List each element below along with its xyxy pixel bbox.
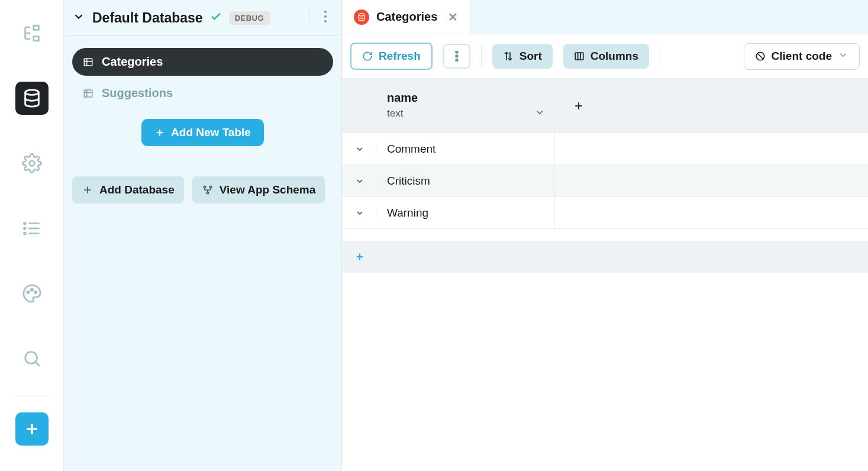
add-table-button[interactable]: Add New Table xyxy=(141,119,264,146)
sidebar-actions: Add Database View App Schema xyxy=(64,163,341,217)
columns-label: Columns xyxy=(591,50,638,63)
expand-row-icon[interactable] xyxy=(342,144,377,154)
cell-name[interactable]: Criticism xyxy=(377,165,555,196)
more-menu-icon[interactable] xyxy=(319,10,332,25)
view-schema-label: View App Schema xyxy=(220,183,316,196)
chevron-down-icon[interactable] xyxy=(534,107,545,120)
nav-list-icon[interactable] xyxy=(15,212,49,245)
svg-point-32 xyxy=(456,51,457,53)
chevron-down-icon[interactable] xyxy=(72,10,85,25)
table-row[interactable]: Warning xyxy=(342,197,868,229)
rail-divider xyxy=(14,396,50,397)
table-item-suggestions[interactable]: Suggestions xyxy=(72,79,333,107)
svg-point-15 xyxy=(324,11,327,13)
header-divider xyxy=(309,8,309,27)
table-item-categories[interactable]: Categories xyxy=(72,48,333,76)
table-list: Categories Suggestions Add New Table xyxy=(64,36,341,163)
nav-rail xyxy=(0,0,64,471)
view-schema-button[interactable]: View App Schema xyxy=(192,176,325,204)
toolbar-divider xyxy=(660,46,660,67)
svg-line-12 xyxy=(36,363,39,366)
svg-line-39 xyxy=(757,53,763,60)
svg-point-8 xyxy=(27,291,28,293)
svg-point-1 xyxy=(29,161,34,166)
svg-point-9 xyxy=(31,289,33,291)
svg-point-0 xyxy=(25,90,38,95)
nav-tree-icon[interactable] xyxy=(15,17,49,50)
table-row[interactable]: Criticism xyxy=(342,165,868,197)
svg-point-5 xyxy=(24,222,25,224)
tab-label: Categories xyxy=(376,10,437,24)
nav-add-button[interactable] xyxy=(15,412,49,446)
toolbar-more-button[interactable] xyxy=(443,44,470,69)
sidebar-header: Default Database DEBUG xyxy=(64,0,341,36)
nav-database-icon[interactable] xyxy=(15,82,49,115)
nav-palette-icon[interactable] xyxy=(15,277,49,310)
close-icon[interactable]: ✕ xyxy=(448,11,458,23)
svg-point-16 xyxy=(324,15,327,18)
main-panel: Categories ✕ Refresh Sort Columns xyxy=(342,0,868,471)
client-code-button[interactable]: Client code xyxy=(744,43,860,70)
expand-row-icon[interactable] xyxy=(342,176,377,186)
svg-rect-18 xyxy=(84,59,92,66)
debug-badge: DEBUG xyxy=(229,11,270,25)
database-icon xyxy=(354,9,369,25)
column-type-label: text xyxy=(387,108,403,120)
table-header-row: name text xyxy=(342,79,868,133)
check-icon xyxy=(210,11,222,25)
svg-point-11 xyxy=(25,352,37,364)
svg-point-28 xyxy=(204,186,205,188)
cell-name[interactable]: Comment xyxy=(377,133,555,164)
svg-rect-21 xyxy=(84,90,92,97)
add-row-icon[interactable] xyxy=(342,251,377,262)
svg-point-17 xyxy=(324,20,327,22)
expand-row-icon[interactable] xyxy=(342,208,377,218)
database-sidebar: Default Database DEBUG Categories Sugges… xyxy=(64,0,342,471)
toolbar-divider xyxy=(481,46,482,67)
add-column-button[interactable] xyxy=(555,79,602,133)
svg-point-34 xyxy=(456,59,457,61)
table-row[interactable]: Comment xyxy=(342,133,868,165)
column-name-label: name xyxy=(387,91,545,105)
cell-name[interactable]: Warning xyxy=(377,197,555,228)
client-code-label: Client code xyxy=(772,50,832,63)
svg-point-7 xyxy=(24,233,25,234)
svg-point-6 xyxy=(24,228,25,230)
svg-point-10 xyxy=(34,291,36,293)
nav-search-icon[interactable] xyxy=(15,342,49,375)
data-table: name text Comment xyxy=(342,79,868,273)
tab-categories[interactable]: Categories ✕ xyxy=(342,0,470,34)
sort-button[interactable]: Sort xyxy=(492,44,553,69)
expand-column-header xyxy=(342,79,377,133)
add-database-button[interactable]: Add Database xyxy=(72,176,184,204)
sort-label: Sort xyxy=(519,50,542,63)
add-table-label: Add New Table xyxy=(171,126,251,139)
table-item-label: Categories xyxy=(102,55,163,69)
add-database-label: Add Database xyxy=(99,183,175,196)
refresh-label: Refresh xyxy=(379,50,421,63)
chevron-down-icon xyxy=(838,50,848,63)
svg-point-29 xyxy=(209,186,211,188)
tabs-bar: Categories ✕ xyxy=(342,0,868,34)
database-title: Default Database xyxy=(92,10,203,26)
column-header-name[interactable]: name text xyxy=(377,79,555,133)
table-item-label: Suggestions xyxy=(102,86,173,100)
svg-point-30 xyxy=(206,192,208,193)
svg-point-31 xyxy=(359,14,364,16)
svg-rect-35 xyxy=(575,53,583,60)
svg-point-33 xyxy=(456,55,457,57)
add-row[interactable] xyxy=(342,241,868,273)
table-toolbar: Refresh Sort Columns Client code xyxy=(342,34,868,79)
refresh-button[interactable]: Refresh xyxy=(350,43,433,70)
nav-settings-icon[interactable] xyxy=(15,147,49,180)
columns-button[interactable]: Columns xyxy=(563,44,649,69)
